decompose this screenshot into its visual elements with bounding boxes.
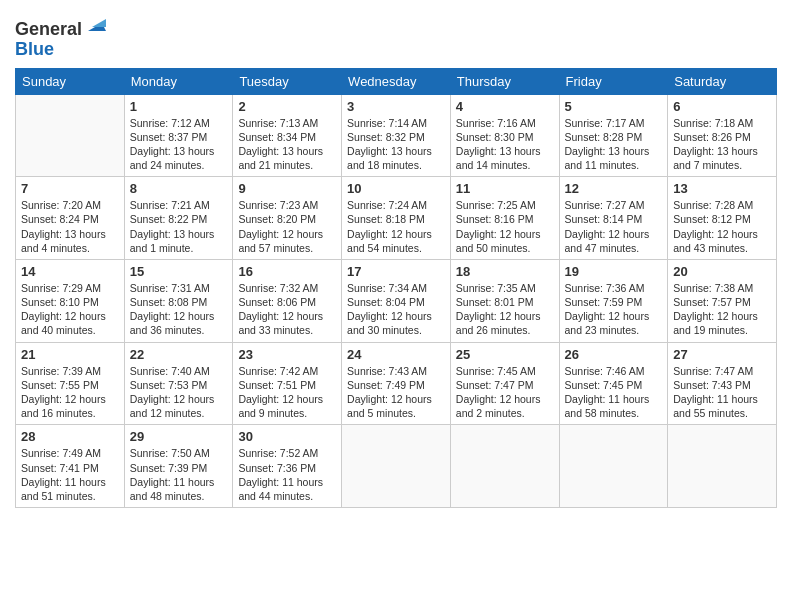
day-info: Sunrise: 7:36 AMSunset: 7:59 PMDaylight:… xyxy=(565,281,663,338)
col-header-wednesday: Wednesday xyxy=(342,68,451,94)
day-number: 6 xyxy=(673,99,771,114)
calendar-cell xyxy=(342,425,451,508)
day-info: Sunrise: 7:39 AMSunset: 7:55 PMDaylight:… xyxy=(21,364,119,421)
day-info: Sunrise: 7:17 AMSunset: 8:28 PMDaylight:… xyxy=(565,116,663,173)
day-info: Sunrise: 7:24 AMSunset: 8:18 PMDaylight:… xyxy=(347,198,445,255)
day-info: Sunrise: 7:35 AMSunset: 8:01 PMDaylight:… xyxy=(456,281,554,338)
col-header-thursday: Thursday xyxy=(450,68,559,94)
calendar-cell: 18Sunrise: 7:35 AMSunset: 8:01 PMDayligh… xyxy=(450,259,559,342)
page-header: GeneralBlue xyxy=(15,10,777,60)
day-info: Sunrise: 7:32 AMSunset: 8:06 PMDaylight:… xyxy=(238,281,336,338)
day-number: 18 xyxy=(456,264,554,279)
day-info: Sunrise: 7:27 AMSunset: 8:14 PMDaylight:… xyxy=(565,198,663,255)
calendar-cell: 30Sunrise: 7:52 AMSunset: 7:36 PMDayligh… xyxy=(233,425,342,508)
day-info: Sunrise: 7:50 AMSunset: 7:39 PMDaylight:… xyxy=(130,446,228,503)
day-number: 16 xyxy=(238,264,336,279)
calendar-cell: 3Sunrise: 7:14 AMSunset: 8:32 PMDaylight… xyxy=(342,94,451,177)
day-info: Sunrise: 7:20 AMSunset: 8:24 PMDaylight:… xyxy=(21,198,119,255)
day-number: 10 xyxy=(347,181,445,196)
col-header-tuesday: Tuesday xyxy=(233,68,342,94)
logo-general: General xyxy=(15,19,82,39)
calendar-week-4: 21Sunrise: 7:39 AMSunset: 7:55 PMDayligh… xyxy=(16,342,777,425)
calendar-cell: 5Sunrise: 7:17 AMSunset: 8:28 PMDaylight… xyxy=(559,94,668,177)
day-number: 19 xyxy=(565,264,663,279)
day-number: 4 xyxy=(456,99,554,114)
logo-icon xyxy=(84,13,106,35)
col-header-friday: Friday xyxy=(559,68,668,94)
calendar-cell: 1Sunrise: 7:12 AMSunset: 8:37 PMDaylight… xyxy=(124,94,233,177)
day-info: Sunrise: 7:45 AMSunset: 7:47 PMDaylight:… xyxy=(456,364,554,421)
day-info: Sunrise: 7:42 AMSunset: 7:51 PMDaylight:… xyxy=(238,364,336,421)
calendar-table: SundayMondayTuesdayWednesdayThursdayFrid… xyxy=(15,68,777,508)
calendar-cell: 13Sunrise: 7:28 AMSunset: 8:12 PMDayligh… xyxy=(668,177,777,260)
day-number: 25 xyxy=(456,347,554,362)
day-info: Sunrise: 7:52 AMSunset: 7:36 PMDaylight:… xyxy=(238,446,336,503)
day-number: 15 xyxy=(130,264,228,279)
day-number: 27 xyxy=(673,347,771,362)
calendar-cell: 23Sunrise: 7:42 AMSunset: 7:51 PMDayligh… xyxy=(233,342,342,425)
logo-blue: Blue xyxy=(15,39,54,59)
calendar-cell: 16Sunrise: 7:32 AMSunset: 8:06 PMDayligh… xyxy=(233,259,342,342)
calendar-cell: 7Sunrise: 7:20 AMSunset: 8:24 PMDaylight… xyxy=(16,177,125,260)
calendar-cell: 11Sunrise: 7:25 AMSunset: 8:16 PMDayligh… xyxy=(450,177,559,260)
day-info: Sunrise: 7:21 AMSunset: 8:22 PMDaylight:… xyxy=(130,198,228,255)
day-info: Sunrise: 7:25 AMSunset: 8:16 PMDaylight:… xyxy=(456,198,554,255)
calendar-cell: 29Sunrise: 7:50 AMSunset: 7:39 PMDayligh… xyxy=(124,425,233,508)
day-info: Sunrise: 7:38 AMSunset: 7:57 PMDaylight:… xyxy=(673,281,771,338)
calendar-cell xyxy=(450,425,559,508)
day-number: 2 xyxy=(238,99,336,114)
day-number: 22 xyxy=(130,347,228,362)
calendar-week-2: 7Sunrise: 7:20 AMSunset: 8:24 PMDaylight… xyxy=(16,177,777,260)
col-header-monday: Monday xyxy=(124,68,233,94)
calendar-cell: 6Sunrise: 7:18 AMSunset: 8:26 PMDaylight… xyxy=(668,94,777,177)
day-info: Sunrise: 7:16 AMSunset: 8:30 PMDaylight:… xyxy=(456,116,554,173)
day-number: 21 xyxy=(21,347,119,362)
calendar-cell: 19Sunrise: 7:36 AMSunset: 7:59 PMDayligh… xyxy=(559,259,668,342)
calendar-cell: 25Sunrise: 7:45 AMSunset: 7:47 PMDayligh… xyxy=(450,342,559,425)
day-number: 9 xyxy=(238,181,336,196)
calendar-week-1: 1Sunrise: 7:12 AMSunset: 8:37 PMDaylight… xyxy=(16,94,777,177)
day-number: 24 xyxy=(347,347,445,362)
day-number: 28 xyxy=(21,429,119,444)
day-info: Sunrise: 7:46 AMSunset: 7:45 PMDaylight:… xyxy=(565,364,663,421)
calendar-cell: 20Sunrise: 7:38 AMSunset: 7:57 PMDayligh… xyxy=(668,259,777,342)
day-info: Sunrise: 7:43 AMSunset: 7:49 PMDaylight:… xyxy=(347,364,445,421)
day-info: Sunrise: 7:40 AMSunset: 7:53 PMDaylight:… xyxy=(130,364,228,421)
day-number: 11 xyxy=(456,181,554,196)
svg-marker-1 xyxy=(92,19,106,27)
calendar-cell: 24Sunrise: 7:43 AMSunset: 7:49 PMDayligh… xyxy=(342,342,451,425)
day-info: Sunrise: 7:28 AMSunset: 8:12 PMDaylight:… xyxy=(673,198,771,255)
calendar-cell xyxy=(668,425,777,508)
calendar-week-3: 14Sunrise: 7:29 AMSunset: 8:10 PMDayligh… xyxy=(16,259,777,342)
day-info: Sunrise: 7:31 AMSunset: 8:08 PMDaylight:… xyxy=(130,281,228,338)
day-info: Sunrise: 7:34 AMSunset: 8:04 PMDaylight:… xyxy=(347,281,445,338)
calendar-cell: 12Sunrise: 7:27 AMSunset: 8:14 PMDayligh… xyxy=(559,177,668,260)
day-info: Sunrise: 7:23 AMSunset: 8:20 PMDaylight:… xyxy=(238,198,336,255)
day-number: 17 xyxy=(347,264,445,279)
day-info: Sunrise: 7:12 AMSunset: 8:37 PMDaylight:… xyxy=(130,116,228,173)
calendar-cell: 15Sunrise: 7:31 AMSunset: 8:08 PMDayligh… xyxy=(124,259,233,342)
day-info: Sunrise: 7:29 AMSunset: 8:10 PMDaylight:… xyxy=(21,281,119,338)
day-number: 23 xyxy=(238,347,336,362)
col-header-sunday: Sunday xyxy=(16,68,125,94)
day-number: 20 xyxy=(673,264,771,279)
day-number: 13 xyxy=(673,181,771,196)
calendar-cell: 2Sunrise: 7:13 AMSunset: 8:34 PMDaylight… xyxy=(233,94,342,177)
logo-text: GeneralBlue xyxy=(15,15,106,60)
day-number: 5 xyxy=(565,99,663,114)
calendar-cell: 28Sunrise: 7:49 AMSunset: 7:41 PMDayligh… xyxy=(16,425,125,508)
calendar-cell xyxy=(16,94,125,177)
calendar-cell xyxy=(559,425,668,508)
day-info: Sunrise: 7:18 AMSunset: 8:26 PMDaylight:… xyxy=(673,116,771,173)
day-info: Sunrise: 7:14 AMSunset: 8:32 PMDaylight:… xyxy=(347,116,445,173)
calendar-cell: 17Sunrise: 7:34 AMSunset: 8:04 PMDayligh… xyxy=(342,259,451,342)
logo: GeneralBlue xyxy=(15,15,106,60)
day-info: Sunrise: 7:49 AMSunset: 7:41 PMDaylight:… xyxy=(21,446,119,503)
calendar-cell: 14Sunrise: 7:29 AMSunset: 8:10 PMDayligh… xyxy=(16,259,125,342)
day-number: 26 xyxy=(565,347,663,362)
calendar-cell: 10Sunrise: 7:24 AMSunset: 8:18 PMDayligh… xyxy=(342,177,451,260)
col-header-saturday: Saturday xyxy=(668,68,777,94)
calendar-cell: 8Sunrise: 7:21 AMSunset: 8:22 PMDaylight… xyxy=(124,177,233,260)
day-number: 3 xyxy=(347,99,445,114)
day-number: 7 xyxy=(21,181,119,196)
